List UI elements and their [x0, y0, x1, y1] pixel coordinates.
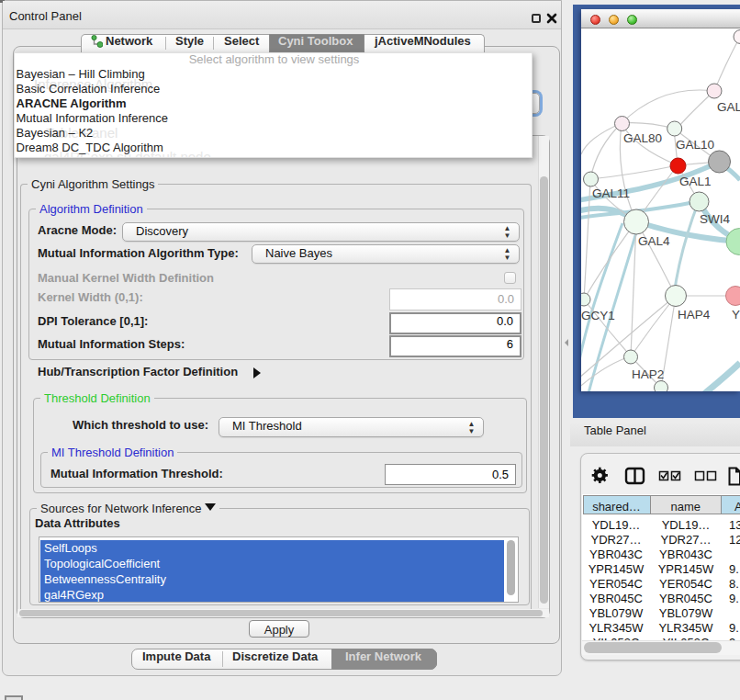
- svg-text:GAL10: GAL10: [676, 138, 714, 152]
- svg-text:GAL4: GAL4: [638, 234, 670, 248]
- svg-text:GAL80: GAL80: [623, 131, 662, 145]
- svg-text:GAL11: GAL11: [592, 186, 630, 200]
- svg-text:HAP2: HAP2: [632, 367, 664, 381]
- svg-text:GAL1: GAL1: [679, 175, 712, 188]
- svg-text:GCY1: GCY1: [581, 309, 615, 322]
- svg-text:HAP4: HAP4: [678, 308, 711, 322]
- svg-text:SWI4: SWI4: [700, 212, 730, 226]
- svg-text:Y: Y: [732, 308, 740, 322]
- svg-text:GAL: GAL: [717, 100, 740, 114]
